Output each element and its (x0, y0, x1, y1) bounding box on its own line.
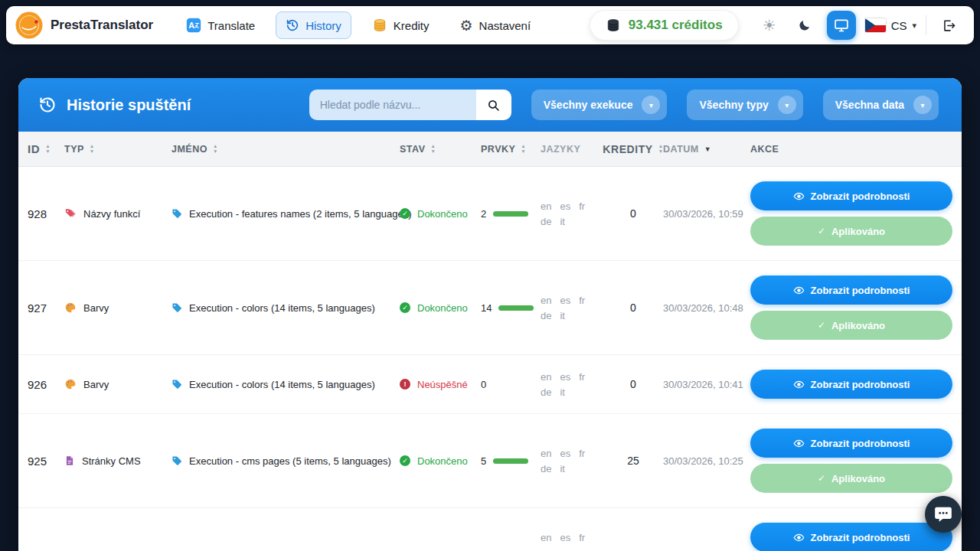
status-icon: ✓ (400, 455, 410, 466)
language-code: fr (579, 201, 585, 212)
applied-label: Aplikováno (831, 226, 885, 237)
run-type: Stránky CMS (64, 455, 172, 467)
run-status: ✓ Dokončeno (400, 455, 481, 467)
cms-icon (64, 455, 75, 466)
applied-button[interactable]: ✓ Aplikováno (750, 464, 952, 493)
view-details-button[interactable]: Zobrazit podrobnosti (750, 370, 952, 399)
nav-item-nastaveni[interactable]: ⚙ Nastavení (450, 11, 541, 40)
language-code: fr (579, 295, 585, 306)
credits-badge[interactable]: 93.431 créditos (590, 11, 738, 40)
display-icon (834, 18, 849, 33)
gear-icon: ⚙ (460, 18, 473, 33)
credits-amount: 93.431 créditos (629, 18, 723, 33)
row-actions: Zobrazit podrobnosti (750, 523, 952, 551)
language-code: de (541, 463, 551, 474)
sort-icon: ▲▼ (521, 144, 526, 155)
column-header-status[interactable]: STAV▲▼ (400, 144, 481, 155)
view-details-button[interactable]: Zobrazit podrobnosti (750, 429, 952, 458)
chat-button[interactable] (925, 496, 962, 533)
run-id: 926 (28, 378, 64, 391)
items-number: 5 (481, 455, 486, 467)
sort-icon: ▲▼ (90, 144, 95, 155)
column-header-date[interactable]: DATUM▼ (663, 144, 750, 155)
run-date: 30/03/2026, 10:48 (663, 302, 750, 314)
items-number: 2 (481, 208, 486, 220)
check-icon: ✓ (818, 473, 825, 484)
language-code: en (541, 295, 551, 306)
column-label: JAZYKY (541, 144, 580, 155)
applied-button[interactable]: ✓ Aplikováno (750, 217, 952, 246)
column-header-type[interactable]: TYP▲▼ (64, 144, 172, 155)
column-header-credits[interactable]: KREDITY▲▼ (603, 143, 663, 155)
run-id: 928 (28, 207, 64, 220)
view-details-button[interactable]: Zobrazit podrobnosti (750, 523, 952, 551)
theme-light-button[interactable]: ☀ (756, 12, 782, 38)
column-header-id[interactable]: ID▲▼ (28, 142, 64, 155)
language-code: de (541, 386, 551, 398)
filter-types[interactable]: Všechny typy ▾ (687, 90, 802, 120)
top-navbar: PrestaTranslator A Translate History Kre… (6, 6, 974, 44)
language-code: es (560, 448, 570, 459)
eye-icon (793, 438, 805, 449)
view-details-button[interactable]: Zobrazit podrobnosti (750, 181, 952, 210)
column-header-langs: JAZYKY (541, 144, 599, 155)
status-label: Neúspěšné (417, 379, 468, 390)
column-label: ID (28, 142, 40, 155)
view-details-label: Zobrazit podrobnosti (811, 191, 910, 202)
history-icon (286, 18, 299, 32)
applied-label: Aplikováno (831, 320, 885, 331)
nav-item-kredity[interactable]: Kredity (362, 11, 439, 40)
language-code: de (541, 310, 551, 321)
check-icon: ✓ (818, 320, 825, 331)
filter-label: Všechny exekuce (544, 99, 633, 111)
filter-dates[interactable]: Všechna data ▾ (823, 90, 939, 120)
coins-dark-icon (606, 18, 621, 33)
language-code: en (541, 448, 551, 459)
sort-icon: ▲▼ (45, 144, 51, 155)
row-actions: Zobrazit podrobnosti ✓ Aplikováno (750, 276, 952, 340)
search-button[interactable] (476, 90, 511, 120)
language-code: fr (579, 448, 585, 459)
language-selector[interactable]: CS ▾ (865, 18, 916, 32)
column-header-name[interactable]: JMÉNO▲▼ (172, 144, 400, 155)
nav-item-history[interactable]: History (276, 11, 351, 39)
theme-dark-button[interactable] (792, 12, 818, 38)
filter-executions[interactable]: Všechny exekuce ▾ (531, 90, 668, 120)
applied-button[interactable]: ✓ Aplikováno (750, 311, 952, 340)
execution-name: Execution - cms pages (5 items, 5 langua… (189, 455, 391, 467)
nav-label: History (305, 19, 341, 32)
run-type: Názvy funkcí (64, 207, 172, 220)
filter-label: Všechny typy (699, 99, 768, 111)
view-details-button[interactable]: Zobrazit podrobnosti (750, 276, 952, 305)
logout-button[interactable] (936, 12, 962, 38)
sun-icon: ☀ (763, 18, 776, 33)
table-row: 925 Stránky CMS Execution - cms pages (5… (18, 414, 962, 508)
table-row: 927 Barvy Execution - colors (14 items, … (18, 261, 962, 355)
type-label: Barvy (83, 302, 109, 314)
prestatranslator-logo (15, 11, 43, 39)
items-count: 0 (481, 379, 541, 390)
run-name: Execution - features names (2 items, 5 l… (172, 208, 400, 220)
run-date: 30/03/2026, 10:25 (663, 455, 750, 467)
column-header-actions: AKCE (750, 144, 952, 155)
language-code: it (560, 386, 565, 398)
execution-name: Execution - colors (14 items, 5 language… (189, 302, 375, 314)
tag-icon (172, 302, 182, 313)
nav-item-translate[interactable]: A Translate (176, 11, 265, 40)
view-details-label: Zobrazit podrobnosti (811, 285, 910, 296)
languages: enesfrdeit (541, 448, 599, 474)
items-count: 5 (481, 455, 541, 467)
column-header-items[interactable]: PRVKY▲▼ (481, 144, 541, 155)
run-name: Execution - colors (14 items, 5 language… (172, 302, 400, 314)
run-type: Barvy (64, 378, 172, 390)
execution-name: Execution - features names (2 items, 5 l… (189, 208, 411, 220)
search-icon (487, 99, 500, 112)
theme-system-button[interactable] (827, 11, 856, 40)
language-code: it (560, 463, 565, 474)
status-icon: ✓ (400, 302, 410, 313)
row-actions: Zobrazit podrobnosti ✓ Aplikováno (750, 429, 952, 493)
panel-title: Historie spuštění (38, 96, 191, 114)
moon-icon (798, 18, 812, 32)
view-details-label: Zobrazit podrobnosti (811, 379, 910, 390)
search-input[interactable] (309, 90, 476, 120)
